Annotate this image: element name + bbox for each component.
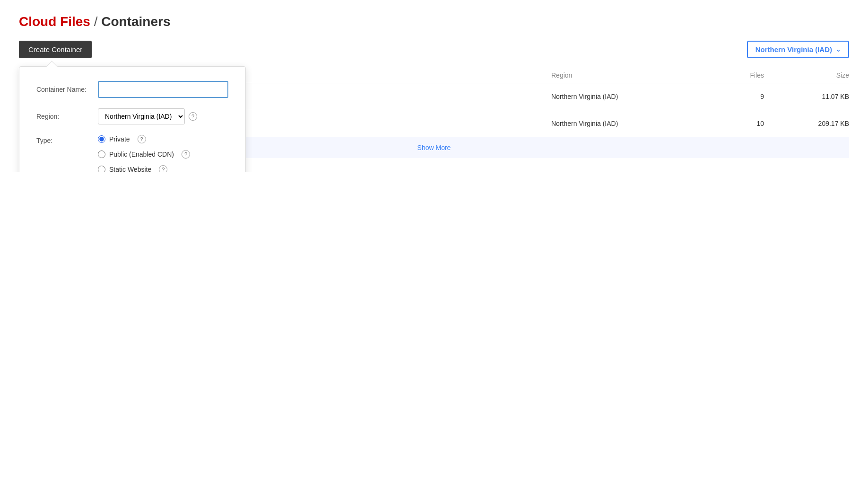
type-public-cdn-option[interactable]: Public (Enabled CDN) ? <box>98 150 190 159</box>
create-container-button[interactable]: Create Container <box>19 41 92 58</box>
row-2-region: Northern Virginia (IAD) <box>551 120 693 127</box>
col-region-header: Region <box>551 71 693 79</box>
private-help-icon[interactable]: ? <box>138 135 146 143</box>
public-cdn-help-icon[interactable]: ? <box>182 150 190 159</box>
row-1-size: 11.07 KB <box>764 93 849 100</box>
row-2-files: 10 <box>693 120 764 127</box>
col-size-header: Size <box>764 71 849 79</box>
region-select[interactable]: Northern Virginia (IAD) Dallas (DFW) Chi… <box>98 108 185 124</box>
type-public-cdn-label: Public (Enabled CDN) <box>109 150 174 158</box>
region-row: Region: Northern Virginia (IAD) Dallas (… <box>36 108 228 124</box>
type-private-option[interactable]: Private ? <box>98 135 190 143</box>
containers-title: Containers <box>101 14 170 29</box>
region-help-icon[interactable]: ? <box>189 112 197 121</box>
container-name-label: Container Name: <box>36 86 98 93</box>
page-title: Cloud Files / Containers <box>19 14 849 29</box>
col-files-header: Files <box>693 71 764 79</box>
type-private-label: Private <box>109 135 130 143</box>
chevron-down-icon: ⌄ <box>836 46 841 53</box>
static-website-help-icon[interactable]: ? <box>159 165 167 172</box>
container-name-input[interactable] <box>98 81 228 98</box>
type-public-cdn-radio[interactable] <box>98 150 105 158</box>
type-radio-group: Private ? Public (Enabled CDN) ? Static … <box>98 135 190 172</box>
title-separator: / <box>90 14 101 29</box>
type-private-radio[interactable] <box>98 135 105 143</box>
region-selector-button[interactable]: Northern Virginia (IAD) ⌄ <box>747 41 849 58</box>
row-1-files: 9 <box>693 93 764 100</box>
page: Cloud Files / Containers Create Containe… <box>0 0 868 172</box>
type-label: Type: <box>36 135 98 144</box>
type-static-website-label: Static Website <box>109 166 151 172</box>
header-row: Create Container Northern Virginia (IAD)… <box>19 41 849 58</box>
container-name-row: Container Name: <box>36 81 228 98</box>
type-static-website-option[interactable]: Static Website ? <box>98 165 190 172</box>
show-more-link[interactable]: Show More <box>417 144 451 151</box>
region-selector-label: Northern Virginia (IAD) <box>755 45 832 53</box>
cloud-files-title: Cloud Files <box>19 14 90 29</box>
region-label: Region: <box>36 113 98 120</box>
row-2-size: 209.17 KB <box>764 120 849 127</box>
type-static-website-radio[interactable] <box>98 166 105 172</box>
type-row: Type: Private ? Public (Enabled CDN) ? S… <box>36 135 228 172</box>
create-container-modal: Container Name: Region: Northern Virgini… <box>19 66 246 172</box>
row-1-region: Northern Virginia (IAD) <box>551 93 693 100</box>
